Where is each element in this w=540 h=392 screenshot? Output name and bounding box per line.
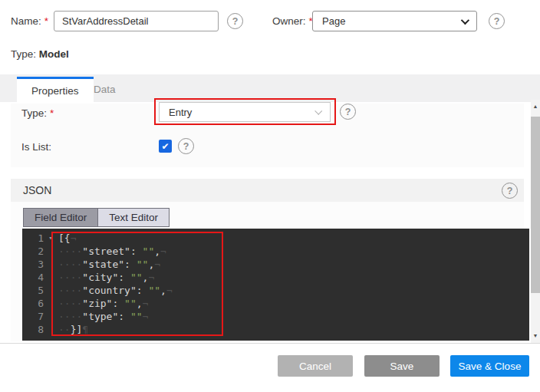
code-line: ····"city": "",¬ — [58, 271, 173, 284]
fold-arrow-icon[interactable]: ▾ — [44, 232, 58, 245]
down-arrow-icon: ▼ — [533, 333, 538, 338]
save-and-close-button[interactable]: Save & Close — [450, 355, 529, 377]
name-input[interactable] — [54, 11, 219, 31]
fold-spacer — [44, 258, 58, 271]
name-required-asterisk: * — [44, 15, 48, 27]
checkmark-icon: ✔ — [161, 141, 169, 152]
owner-label-text: Owner: — [272, 15, 306, 27]
owner-select[interactable]: Page — [312, 11, 477, 31]
json-section-title: JSON — [23, 184, 51, 196]
editor-mode-toggle: Field Editor Text Editor — [23, 208, 170, 227]
question-mark-glyph: ? — [494, 16, 500, 27]
text-editor-button[interactable]: Text Editor — [97, 209, 169, 226]
vertical-scrollbar[interactable]: ▲ ▼ — [531, 100, 540, 343]
owner-help-icon[interactable]: ? — [489, 13, 505, 29]
code-line: ····"zip": "",¬ — [58, 297, 173, 310]
json-help-icon[interactable]: ? — [502, 183, 518, 199]
fold-spacer — [44, 297, 58, 310]
tab-data[interactable]: Data — [79, 77, 130, 102]
tab-properties-label: Properties — [31, 85, 79, 97]
fold-spacer — [44, 310, 58, 323]
code-line: ····"country": "",¬ — [58, 284, 173, 297]
question-mark-glyph: ? — [232, 16, 239, 27]
name-label: Name: * — [11, 15, 48, 27]
name-label-text: Name: — [11, 15, 41, 27]
scrollbar-thumb[interactable] — [531, 117, 540, 293]
question-mark-glyph: ? — [345, 107, 351, 117]
is-list-label: Is List: — [21, 141, 51, 153]
fold-spacer — [44, 284, 58, 297]
cancel-button[interactable]: Cancel — [278, 355, 353, 377]
is-list-checkbox[interactable]: ✔ — [159, 140, 172, 153]
editor-code: [{¬····"street": "",¬····"state": "",¬··… — [58, 232, 173, 336]
fold-spacer — [44, 245, 58, 258]
model-type-row: Type: Model — [11, 48, 69, 60]
type-selected-value: Entry — [169, 107, 192, 118]
fold-spacer — [44, 323, 58, 336]
tab-data-label: Data — [94, 84, 116, 95]
code-line: ····"street": "",¬ — [58, 245, 173, 258]
type-label-text: Type: — [21, 107, 47, 119]
model-type-value: Model — [39, 48, 69, 60]
tab-bar: Properties Data — [0, 74, 540, 102]
save-button[interactable]: Save — [364, 355, 440, 377]
field-editor-button[interactable]: Field Editor — [24, 209, 97, 226]
type-dropdown[interactable]: Entry — [159, 102, 331, 122]
code-line: ····"state": "",¬ — [58, 258, 173, 271]
up-arrow-icon: ▲ — [533, 104, 538, 109]
editor-gutter: 1▾2345678 — [22, 232, 58, 336]
code-line: ··}]¶ — [58, 323, 173, 336]
footer-divider — [0, 343, 540, 344]
is-list-help-icon[interactable]: ? — [178, 138, 194, 154]
chevron-down-icon — [314, 107, 322, 115]
type-help-icon[interactable]: ? — [340, 104, 356, 120]
field-editor-label: Field Editor — [35, 212, 87, 223]
chevron-down-icon — [461, 16, 469, 25]
editor-content: 1▾2345678 [{¬····"street": "",¬····"stat… — [22, 232, 173, 336]
type-label: Type: * — [21, 107, 54, 119]
text-editor-label: Text Editor — [109, 212, 158, 223]
owner-label: Owner: * — [272, 15, 313, 27]
fold-spacer — [44, 271, 58, 284]
json-code-editor[interactable]: 1▾2345678 [{¬····"street": "",¬····"stat… — [22, 229, 529, 341]
type-required-asterisk: * — [50, 107, 54, 119]
scrollbar-up-arrow[interactable]: ▲ — [531, 101, 540, 110]
model-type-label: Type: — [11, 48, 36, 60]
name-help-icon[interactable]: ? — [227, 13, 243, 29]
question-mark-glyph: ? — [183, 141, 189, 152]
json-section: JSON ? Field Editor Text Editor 1▾234567… — [11, 179, 524, 341]
code-line: [{¬ — [58, 232, 173, 245]
json-section-header: JSON ? — [11, 179, 524, 202]
variable-editor-dialog: Name: * ? Owner: * Page ? Type: Model Pr… — [0, 0, 540, 392]
owner-selected-value: Page — [322, 15, 345, 27]
code-line: ····"type": ""¬ — [58, 310, 173, 323]
scrollbar-down-arrow[interactable]: ▼ — [531, 331, 540, 340]
question-mark-glyph: ? — [507, 186, 513, 196]
